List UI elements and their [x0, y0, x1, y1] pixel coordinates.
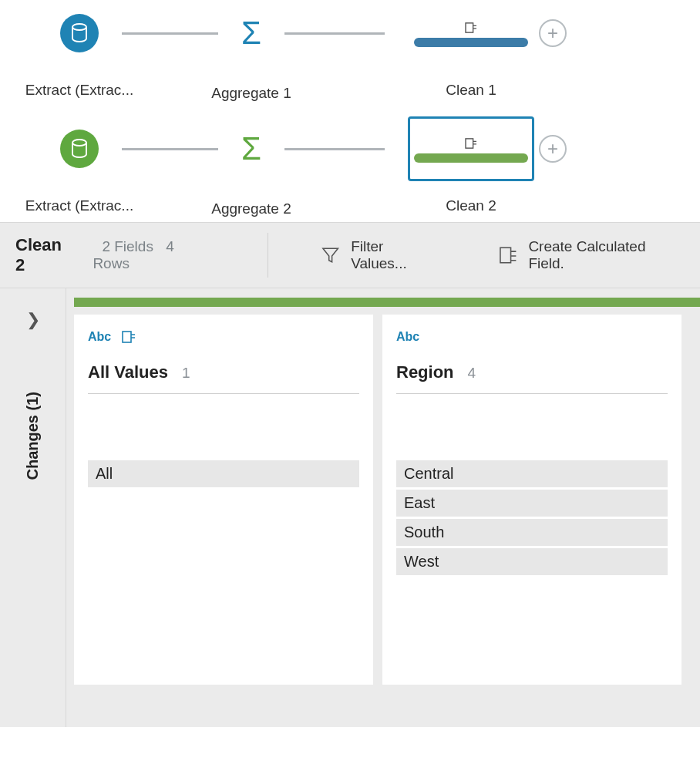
field-title-row: All Values 1	[88, 362, 359, 394]
add-step-button[interactable]: +	[539, 19, 567, 47]
node-label: Aggregate 1	[211, 85, 291, 102]
filter-values-button[interactable]: Filter Values...	[318, 232, 444, 278]
node-label: Extract (Extrac...	[25, 82, 133, 99]
profile-pane: Abc All Values 1 All Abc Region 4	[66, 288, 700, 727]
connector	[122, 32, 218, 35]
type-abbr[interactable]: Abc	[396, 330, 419, 344]
plus-icon: +	[547, 24, 558, 42]
calc-field-icon	[498, 245, 517, 265]
flow-canvas: Extract (Extrac... Σ Aggregate 1 Clean 1…	[0, 0, 700, 222]
type-abbr[interactable]: Abc	[88, 330, 111, 344]
clean-node[interactable]: Clean 1	[408, 14, 534, 52]
svg-rect-3	[466, 139, 473, 148]
field-values: Central East South West	[396, 460, 668, 575]
connector	[284, 32, 385, 35]
plus-icon: +	[547, 140, 558, 158]
node-label: Aggregate 2	[211, 200, 291, 217]
calc-field-icon	[465, 138, 477, 149]
filter-icon	[321, 245, 340, 265]
flow-row: Extract (Extrac... Σ Aggregate 1 Clean 1…	[0, 14, 700, 52]
extract-node[interactable]: Extract (Extrac...	[60, 130, 99, 168]
flow-row: Extract (Extrac... Σ Aggregate 2 Clean 2…	[0, 130, 700, 168]
svg-point-0	[72, 24, 86, 30]
field-name[interactable]: Region	[396, 362, 454, 382]
node-label: Extract (Extrac...	[25, 197, 133, 214]
sigma-icon: Σ	[241, 17, 261, 49]
aggregate-node[interactable]: Σ Aggregate 2	[241, 133, 261, 165]
changes-label[interactable]: Changes (1)	[24, 392, 42, 480]
field-title-row: Region 4	[396, 362, 668, 394]
connector	[284, 148, 385, 150]
connector	[122, 148, 218, 150]
calc-field-icon[interactable]	[122, 331, 136, 343]
value-item[interactable]: All	[88, 460, 359, 487]
field-type-row: Abc	[396, 328, 668, 345]
field-name[interactable]: All Values	[88, 362, 168, 382]
field-cards: Abc All Values 1 All Abc Region 4	[74, 315, 700, 685]
node-label: Clean 2	[446, 197, 496, 214]
clean-bar	[414, 153, 528, 163]
aggregate-node[interactable]: Σ Aggregate 1	[241, 17, 261, 49]
value-item[interactable]: Central	[396, 460, 668, 487]
clean-node[interactable]: Clean 2	[408, 130, 534, 168]
step-title: Clean 2	[15, 235, 74, 275]
node-label: Clean 1	[446, 82, 496, 99]
svg-point-2	[72, 140, 86, 146]
color-strip	[74, 298, 700, 307]
field-value-count: 4	[468, 365, 476, 382]
step-meta: 2 Fields 4 Rows	[93, 238, 212, 272]
field-card[interactable]: Abc Region 4 Central East South West	[382, 315, 681, 685]
field-type-row: Abc	[88, 328, 359, 345]
extract-node[interactable]: Extract (Extrac...	[60, 14, 99, 52]
svg-rect-4	[500, 247, 511, 262]
sigma-icon: Σ	[241, 133, 261, 165]
content-area: ❯ Changes (1) Abc All Values 1 All	[0, 288, 700, 727]
chevron-right-icon[interactable]: ❯	[26, 310, 40, 330]
value-item[interactable]: East	[396, 490, 668, 517]
svg-rect-5	[123, 332, 131, 342]
field-value-count: 1	[182, 365, 190, 382]
button-label: Create Calculated Field.	[528, 238, 681, 272]
toolbar: Clean 2 2 Fields 4 Rows Filter Values...…	[0, 222, 700, 288]
value-item[interactable]: West	[396, 548, 668, 575]
field-card[interactable]: Abc All Values 1 All	[74, 315, 373, 685]
clean-bar	[414, 38, 528, 47]
button-label: Filter Values...	[351, 238, 441, 272]
separator	[268, 233, 268, 278]
add-step-button[interactable]: +	[539, 135, 567, 163]
database-icon	[60, 14, 99, 52]
calc-field-icon	[465, 22, 477, 33]
field-values: All	[88, 460, 359, 487]
database-icon	[60, 130, 99, 168]
changes-sidebar: ❯ Changes (1)	[0, 288, 66, 727]
svg-rect-1	[466, 23, 473, 32]
create-calc-field-button[interactable]: Create Calculated Field.	[495, 232, 685, 278]
value-item[interactable]: South	[396, 519, 668, 546]
